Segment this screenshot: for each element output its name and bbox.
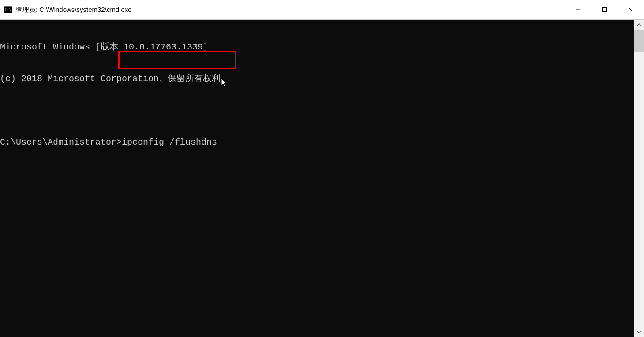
terminal[interactable]: Microsoft Windows [版本 10.0.17763.1339] (… [0, 20, 644, 337]
svg-rect-1 [603, 8, 607, 12]
chevron-up-icon [637, 23, 641, 26]
maximize-button[interactable] [591, 0, 618, 19]
cmd-icon: C:\ [4, 6, 12, 13]
scrollbar-up-button[interactable] [634, 20, 644, 30]
minimize-icon [575, 7, 580, 12]
terminal-command[interactable]: ipconfig /flushdns [122, 137, 217, 148]
terminal-line-blank [0, 105, 644, 116]
vertical-scrollbar[interactable] [634, 20, 644, 337]
annotation-highlight-box [118, 51, 236, 69]
terminal-prompt: C:\Users\Administrator> [0, 137, 122, 148]
terminal-line-copyright: (c) 2018 Microsoft Corporation。保留所有权利。 [0, 74, 644, 84]
chevron-down-icon [637, 331, 641, 333]
titlebar-left: C:\ 管理员: C:\Windows\system32\cmd.exe [4, 6, 132, 14]
close-icon [628, 7, 633, 12]
scrollbar-thumb[interactable] [634, 30, 644, 52]
minimize-button[interactable] [565, 0, 591, 19]
window-title: 管理员: C:\Windows\system32\cmd.exe [16, 6, 132, 14]
scrollbar-down-button[interactable] [634, 327, 644, 337]
cmd-icon-text: C:\ [5, 8, 11, 12]
maximize-icon [602, 7, 607, 12]
titlebar: C:\ 管理员: C:\Windows\system32\cmd.exe [0, 0, 644, 20]
close-button[interactable] [618, 0, 644, 19]
titlebar-controls [565, 0, 644, 19]
terminal-line-version: Microsoft Windows [版本 10.0.17763.1339] [0, 42, 644, 52]
terminal-prompt-line: C:\Users\Administrator>ipconfig /flushdn… [0, 137, 644, 148]
